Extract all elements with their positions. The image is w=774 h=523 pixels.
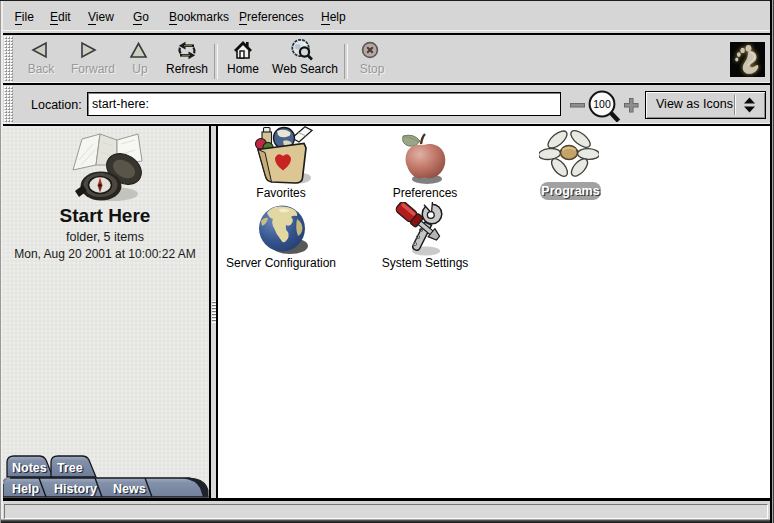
- svg-text:100: 100: [593, 98, 611, 110]
- svg-text:Notes: Notes: [12, 461, 47, 475]
- svg-text:Help: Help: [12, 482, 39, 496]
- svg-text:News: News: [113, 482, 146, 496]
- svg-text:History: History: [54, 482, 97, 496]
- svg-text:Tree: Tree: [57, 461, 83, 475]
